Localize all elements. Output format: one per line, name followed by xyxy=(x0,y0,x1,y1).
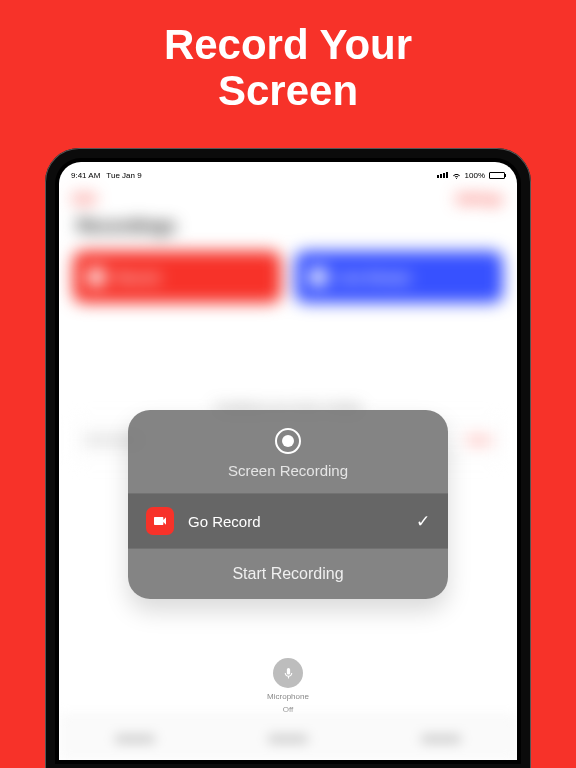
microphone-icon xyxy=(273,658,303,688)
nav-right-action: Settings xyxy=(456,192,503,206)
checkmark-icon: ✓ xyxy=(416,511,430,532)
screen-recording-panel: Screen Recording Go Record ✓ Start Recor… xyxy=(128,410,448,599)
app-option-row[interactable]: Go Record ✓ xyxy=(128,493,448,549)
promo-headline: Record Your Screen xyxy=(0,0,576,114)
headline-line-2: Screen xyxy=(0,68,576,114)
page-title: Recordings xyxy=(77,216,503,237)
start-recording-label: Start Recording xyxy=(232,565,343,582)
nav-left-action: Edit xyxy=(73,192,96,206)
headline-line-1: Record Your xyxy=(0,22,576,68)
microphone-toggle[interactable]: Microphone Off xyxy=(59,658,517,714)
tab-bar xyxy=(59,716,517,760)
record-button-blurred: Record xyxy=(73,251,281,303)
microphone-label-1: Microphone xyxy=(267,692,309,701)
app-option-label: Go Record xyxy=(188,513,416,530)
panel-title: Screen Recording xyxy=(228,462,348,479)
app-icon xyxy=(146,507,174,535)
device-frame: 9:41 AM Tue Jan 9 100% Edit Settings xyxy=(45,148,531,768)
start-recording-button[interactable]: Start Recording xyxy=(128,549,448,599)
microphone-label-2: Off xyxy=(283,705,294,714)
record-icon xyxy=(275,428,301,454)
stream-button-blurred: Live Stream xyxy=(295,251,503,303)
device-screen: 9:41 AM Tue Jan 9 100% Edit Settings xyxy=(59,162,517,760)
